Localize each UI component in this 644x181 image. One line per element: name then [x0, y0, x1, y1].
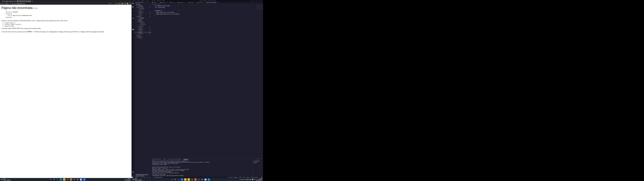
- terminal-output[interactable]: OSError: No translation files found for …: [151, 160, 253, 177]
- editor-tab[interactable]: views.py1×: [159, 2, 169, 3]
- menu-item[interactable]: Executar: [152, 0, 156, 1]
- explorer-icon[interactable]: 🗎: [132, 2, 134, 4]
- folder-item[interactable]: ▸ __pycache__: [134, 8, 151, 9]
- problems-tab[interactable]: PROBLEMAS 10: [152, 159, 161, 160]
- project-root[interactable]: ˅ DJANGO: [134, 3, 151, 5]
- menu-item[interactable]: Exibir: [146, 0, 148, 1]
- minimize-button[interactable]: —: [258, 0, 259, 2]
- editor-tab[interactable]: urls.py ...\receitas×: [206, 2, 219, 3]
- volume-icon[interactable]: 🔊: [254, 179, 256, 180]
- file-item[interactable]: • manage.py: [134, 37, 151, 38]
- folder-item[interactable]: ▸ venv: [134, 34, 151, 36]
- system-tray[interactable]: ^ ☁ ◆ ▲ POR PTB2 📶 🔊 15:49 31/03/2022: [239, 178, 262, 181]
- explorer-icon[interactable]: 🗀: [188, 178, 190, 181]
- wifi-icon[interactable]: 📶: [252, 179, 253, 180]
- folder-item[interactable]: ▸ __pycache__: [134, 5, 151, 6]
- explorer-icon[interactable]: 🗀: [184, 178, 186, 181]
- folder-item[interactable]: ▸ static: [134, 20, 151, 21]
- chevron-down-icon[interactable]: ˅: [115, 0, 117, 2]
- file-item[interactable]: • tests.py: [134, 30, 151, 32]
- split-terminal-icon[interactable]: ⊓: [256, 158, 257, 160]
- info-count[interactable]: ⓘ 0: [146, 177, 148, 178]
- minimize-button[interactable]: —: [120, 0, 122, 2]
- start-button[interactable]: ⊞: [50, 178, 52, 181]
- live-share-icon[interactable]: ↗: [132, 24, 134, 26]
- file-item[interactable]: • apps.py: [134, 28, 151, 29]
- remote-icon[interactable]: ⌂: [132, 21, 134, 23]
- eol[interactable]: CRLF: [243, 177, 245, 178]
- tray-icon[interactable]: ◆: [242, 179, 243, 180]
- powerpoint-icon[interactable]: P: [70, 178, 72, 181]
- maximize-button[interactable]: □: [260, 0, 261, 2]
- kill-terminal-icon[interactable]: 🗑: [258, 158, 259, 160]
- onedrive-icon[interactable]: ☁: [240, 179, 241, 180]
- extensions-icon[interactable]: 🧩: [122, 3, 123, 4]
- editor-tab[interactable]: urls.py×: [151, 2, 159, 3]
- menu-item[interactable]: Terminal: [157, 0, 161, 1]
- notifications-icon[interactable]: 🔔: [261, 177, 262, 178]
- folder-item[interactable]: ▸ receitasM: [134, 16, 151, 17]
- file-item[interactable]: • __init__.py: [134, 9, 151, 10]
- search-icon[interactable]: 🔍: [53, 178, 55, 181]
- bookmark-icon[interactable]: ☆: [113, 3, 114, 4]
- share-icon[interactable]: ⇪: [111, 3, 112, 4]
- language-mode[interactable]: Python: [246, 177, 249, 178]
- account-icon[interactable]: 👤: [132, 171, 134, 173]
- outline-section[interactable]: › ESTRUTURA DO CÓDIGO: [134, 174, 151, 175]
- system-tray[interactable]: 15:49 31/03/2022: [125, 178, 130, 181]
- close-panel-icon[interactable]: ×: [261, 158, 262, 160]
- code-editor[interactable]: 1from django.urls import path2from . imp…: [151, 5, 263, 158]
- address-bar[interactable]: ⓘ 127.0.0.1:8000/index.html 文 ⇪ ☆: [9, 3, 115, 4]
- warnings-count[interactable]: △ 8: [144, 177, 145, 178]
- layout-icon[interactable]: ▢: [256, 0, 257, 2]
- discord-icon[interactable]: ⬤: [80, 178, 82, 181]
- brave-icon[interactable]: 🦁: [76, 178, 79, 181]
- debug-console-tab[interactable]: CONSOLE DE DEPURAÇÃO: [168, 159, 181, 160]
- tray-chevron-icon[interactable]: ^: [239, 179, 240, 180]
- chrome-icon[interactable]: 🌐: [198, 178, 200, 181]
- terminal-session[interactable]: ▸ python: [254, 162, 263, 164]
- layout-icon[interactable]: ▯: [253, 0, 253, 2]
- menu-item[interactable]: Seleção: [141, 0, 144, 1]
- docker-icon[interactable]: 🐋: [132, 28, 134, 30]
- timeline-section[interactable]: › LINHA DO TEMPO: [134, 175, 151, 177]
- obs-icon[interactable]: ◎: [191, 178, 193, 181]
- layout-icon[interactable]: ▭: [254, 0, 255, 2]
- menu-item[interactable]: Arquivo: [132, 0, 136, 1]
- file-item[interactable]: • db.sqlite3: [134, 36, 151, 37]
- cursor-position[interactable]: Ln 7, Col 38: [228, 177, 232, 178]
- prettier-icon[interactable]: ✓: [259, 177, 260, 178]
- indentation[interactable]: Espaços: 4: [234, 177, 238, 178]
- back-button[interactable]: ←: [1, 3, 2, 4]
- new-terminal-icon[interactable]: +: [254, 158, 255, 160]
- reload-button[interactable]: ⟳: [6, 3, 8, 4]
- menu-item[interactable]: Editar: [137, 0, 140, 1]
- source-control-icon[interactable]: ⎇: [132, 10, 134, 12]
- file-item[interactable]: • wsgi.py: [134, 14, 151, 16]
- edge-icon[interactable]: e: [60, 178, 62, 181]
- python-interpreter[interactable]: 3.10.2 ('venv': venv): [250, 177, 258, 178]
- tray-icon[interactable]: ▲: [244, 179, 244, 180]
- git-branch[interactable]: ⎇ main*: [134, 177, 138, 178]
- record-icon[interactable]: ●: [116, 3, 118, 4]
- breadcrumb[interactable]: receitas › urls.py › ...: [151, 3, 263, 5]
- weather-widget[interactable]: ⛅ 26°C Pred. nublado: [1, 178, 10, 181]
- output-tab[interactable]: SAÍDA: [163, 159, 166, 160]
- editor-tab[interactable]: index.html×: [196, 2, 206, 3]
- ports-count[interactable]: ⊙ 1: [150, 177, 151, 178]
- start-button[interactable]: ⊞: [171, 178, 173, 181]
- menu-item[interactable]: Ajuda: [162, 0, 165, 1]
- search-icon[interactable]: 🔍: [174, 178, 176, 181]
- translate-icon[interactable]: 文: [109, 3, 110, 4]
- maximize-button[interactable]: □: [124, 0, 126, 2]
- folder-item[interactable]: ▸ templates: [134, 21, 151, 22]
- layout-icon[interactable]: ▭: [250, 0, 252, 2]
- vscode-icon[interactable]: ⟨⟩: [83, 178, 86, 181]
- new-tab-button[interactable]: +: [32, 0, 34, 2]
- extensions-icon[interactable]: ▦: [132, 17, 134, 19]
- reading-list-icon[interactable]: ▤: [124, 3, 126, 4]
- close-button[interactable]: ×: [129, 0, 131, 2]
- editor-tab[interactable]: settings.py6×: [177, 2, 188, 3]
- remote-indicator[interactable]: ⌂: [132, 177, 133, 178]
- obs-icon[interactable]: ◎: [66, 178, 69, 181]
